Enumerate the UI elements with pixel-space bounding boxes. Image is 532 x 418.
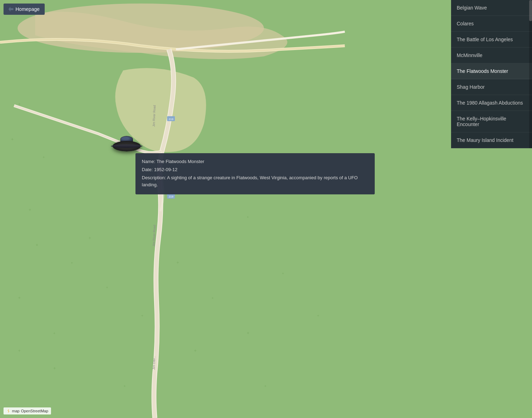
arrow-left-icon — [8, 7, 13, 12]
svg-text:✦: ✦ — [42, 155, 45, 159]
sidebar-item-battle-of-los-angeles[interactable]: The Battle of Los Angeles — [451, 32, 532, 48]
svg-text:219: 219 — [169, 195, 173, 198]
attribution-osm-label: OpenStreetMap — [21, 409, 48, 413]
incident-popup: Name: The Flatwoods Monster Date: 1952-0… — [135, 153, 375, 194]
svg-text:✦: ✦ — [18, 295, 21, 300]
popup-date-label: Date: — [142, 167, 154, 172]
lightning-icon — [6, 409, 11, 413]
svg-text:Jim Dav...: Jim Dav... — [152, 356, 156, 370]
popup-name-line: Name: The Flatwoods Monster — [142, 158, 368, 166]
sidebar: Belgian WaveColaresThe Battle of Los Ang… — [451, 0, 532, 148]
sidebar-scrollbar-thumb[interactable] — [529, 0, 532, 21]
svg-text:✦: ✦ — [281, 272, 284, 275]
sidebar-scrollbar[interactable] — [529, 0, 532, 148]
sidebar-list: Belgian WaveColaresThe Battle of Los Ang… — [451, 0, 532, 148]
svg-text:✦: ✦ — [106, 286, 108, 289]
popup-description-label: Description: — [142, 175, 167, 180]
ufo-marker[interactable] — [113, 141, 141, 151]
svg-text:✦: ✦ — [264, 384, 267, 388]
svg-text:✦: ✦ — [211, 296, 214, 300]
svg-text:✦: ✦ — [317, 314, 319, 318]
svg-text:✦: ✦ — [53, 331, 56, 335]
sidebar-item-mcminnville[interactable]: McMinnville — [451, 48, 532, 63]
sidebar-item-colares[interactable]: Colares — [451, 16, 532, 32]
svg-text:✦: ✦ — [70, 261, 73, 265]
sidebar-item-shag-harbor[interactable]: Shag Harbor — [451, 79, 532, 95]
popup-date-value: 1952-09-12 — [154, 167, 178, 172]
popup-name-label: Name: — [142, 159, 157, 164]
ufo-ring — [111, 144, 142, 148]
sidebar-item-maury-island[interactable]: The Maury Island Incident — [451, 132, 532, 148]
sidebar-item-allagash-abductions[interactable]: The 1980 Allagash Abductions — [451, 95, 532, 111]
svg-text:219: 219 — [169, 118, 173, 121]
svg-text:✦: ✦ — [141, 314, 144, 318]
svg-text:✦: ✦ — [194, 348, 197, 353]
svg-text:✦: ✦ — [11, 137, 14, 142]
popup-date-line: Date: 1952-09-12 — [142, 166, 368, 174]
svg-text:✦: ✦ — [176, 260, 179, 265]
popup-description-line: Description: A sighting of a strange cre… — [142, 174, 368, 189]
svg-text:✦: ✦ — [246, 331, 250, 336]
svg-text:✦: ✦ — [246, 215, 249, 219]
svg-text:✦: ✦ — [88, 236, 91, 241]
attribution-map-label: map — [12, 409, 19, 413]
popup-name-value: The Flatwoods Monster — [157, 159, 204, 164]
sidebar-item-flatwoods-monster[interactable]: The Flatwoods Monster — [451, 63, 532, 79]
map-attribution: map OpenStreetMap — [4, 407, 51, 414]
svg-text:✦: ✦ — [53, 366, 56, 371]
svg-text:✦: ✦ — [123, 384, 126, 388]
svg-text:✦: ✦ — [18, 348, 21, 353]
sidebar-item-kelly-hopkinsville[interactable]: The Kelly–Hopkinsville Encounter — [451, 111, 532, 132]
homepage-button-label: Homepage — [15, 6, 40, 12]
sidebar-item-belgian-wave[interactable]: Belgian Wave — [451, 0, 532, 16]
popup-description-value: A sighting of a strange creature in Flat… — [142, 175, 358, 188]
svg-text:✦: ✦ — [28, 207, 32, 212]
svg-text:✦: ✦ — [35, 243, 39, 248]
homepage-button[interactable]: Homepage — [4, 4, 45, 15]
